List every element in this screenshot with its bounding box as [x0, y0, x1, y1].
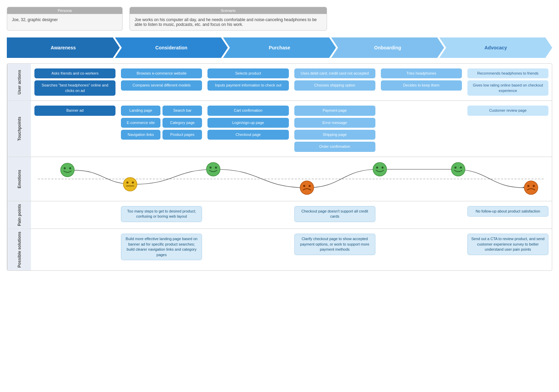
scenario-label: Scenario: [130, 7, 327, 14]
tp-card-3-1: Error message: [294, 118, 375, 128]
card-1-0: Too many steps to get to desired product…: [121, 206, 202, 222]
main-grid: User actions Asks friends and co-workers…: [7, 63, 552, 271]
tp-card-3-2: Shipping page: [294, 130, 375, 140]
svg-point-18: [309, 185, 311, 187]
card-2-1: Inputs payment information to check out: [207, 80, 289, 90]
emotion-face-4: [373, 162, 387, 176]
col-cell-3: Checkout page doesn't support all credit…: [293, 205, 377, 223]
scenario-box: Scenario Joe works on his computer all d…: [129, 7, 327, 31]
svg-point-16: [300, 181, 314, 194]
col-cell-3: Uses debit card; credit card not accepte…: [293, 67, 377, 92]
col-cell-4: Tries headphonesDecides to keep them: [379, 67, 463, 92]
tp-card-3-3: Order confirmation: [294, 142, 375, 152]
col-cell-2: Selects productInputs payment informatio…: [206, 67, 290, 92]
scenario-content: Joe works on his computer all day, and h…: [130, 14, 327, 30]
emotion-face-1: [123, 177, 137, 191]
col-cell-5: No follow-up about product satisfaction: [466, 205, 550, 218]
svg-point-24: [460, 167, 462, 169]
pain-points-label: Pain points: [7, 201, 31, 229]
card-3-0: Checkout page doesn't support all credit…: [294, 206, 375, 222]
card-3-0: Uses debit card; credit card not accepte…: [294, 68, 375, 78]
col-cell-1: Browses e-commerce websiteCompares sever…: [120, 67, 203, 92]
stage-awareness: Awareness: [7, 37, 120, 58]
tp-card-1-0: Landing page: [121, 106, 160, 115]
persona-box: Persona Joe, 32, graphic designer: [7, 7, 123, 31]
tp-card-1-1: Search bar: [162, 106, 202, 115]
svg-point-27: [533, 185, 535, 187]
svg-point-19: [373, 162, 387, 176]
svg-point-14: [209, 167, 212, 169]
svg-point-8: [64, 167, 66, 169]
stage-purchase: Purchase: [223, 37, 336, 58]
col-cell-1: Build more effective landing page based …: [120, 232, 203, 262]
tp-card-1-2: E-commerce site: [121, 118, 160, 128]
tp-card-2-2: Checkout page: [207, 130, 289, 140]
svg-point-12: [132, 182, 134, 184]
svg-point-25: [524, 181, 538, 194]
tp-card-2-1: Login/sign-up page: [207, 118, 289, 128]
svg-point-13: [206, 162, 220, 176]
svg-point-26: [527, 185, 529, 187]
emotions-row: Emotions: [7, 157, 552, 201]
stage-advocacy: Advocacy: [439, 37, 552, 58]
emotion-face-3: [300, 181, 314, 195]
pain-points-row: Pain points Too many steps to get to des…: [7, 201, 552, 229]
col-cell-3: Clarify checkout page to show accepted p…: [293, 232, 377, 256]
tp-card-0-0: Banner ad: [34, 106, 115, 115]
card-4-0: Tries headphones: [381, 68, 462, 78]
possible-solutions-row: Possible solutions Build more effective …: [7, 229, 552, 270]
user-actions-label: User actions: [7, 64, 31, 100]
user-actions-content: Asks friends and co-workersSearches "bes…: [31, 64, 552, 100]
touchpoints-row: Touchpoints Banner adLanding pageSearch …: [7, 101, 552, 157]
svg-point-22: [451, 162, 465, 176]
col-cell-5: Recommends headphones to friendsGives lo…: [466, 67, 550, 97]
card-2-0: Selects product: [207, 68, 289, 78]
stage-consideration: Consideration: [115, 37, 228, 58]
tp-card-1-3: Category page: [162, 118, 202, 128]
svg-point-23: [454, 167, 456, 169]
emotion-face-6: [524, 181, 538, 195]
svg-point-7: [61, 163, 74, 177]
card-4-1: Decides to keep them: [381, 80, 462, 90]
tp-col-0: Banner ad: [33, 104, 117, 117]
svg-point-10: [123, 177, 137, 191]
persona-label: Persona: [7, 7, 122, 14]
tp-col-2: Cart confirmationLogin/sign-up pageCheck…: [206, 104, 290, 141]
card-5-0: Send out a CTA to review product, and se…: [467, 234, 548, 255]
tp-card-1-4: Navigation links: [121, 130, 160, 140]
emotions-label: Emotions: [7, 157, 31, 201]
touchpoints-label: Touchpoints: [7, 101, 31, 157]
user-actions-row: User actions Asks friends and co-workers…: [7, 64, 552, 101]
touchpoints-content: Banner adLanding pageSearch barE-commerc…: [31, 101, 552, 157]
svg-point-20: [376, 167, 378, 169]
tp-col-3: Payment pageError messageShipping pageOr…: [293, 104, 377, 153]
tp-col-1: Landing pageSearch barE-commerce siteCat…: [120, 104, 203, 141]
svg-point-17: [303, 185, 305, 187]
col-cell-5: Send out a CTA to review product, and se…: [466, 232, 550, 256]
tp-col-5: Customer review page: [466, 104, 550, 117]
possible-solutions-content: Build more effective landing page based …: [31, 229, 552, 270]
card-1-0: Browses e-commerce website: [121, 68, 202, 78]
card-0-1: Searches "best headphones" online and cl…: [34, 80, 115, 96]
tp-card-3-0: Payment page: [294, 106, 375, 115]
emotion-face-2: [206, 162, 220, 176]
persona-content: Joe, 32, graphic designer: [7, 14, 122, 26]
svg-point-21: [382, 167, 384, 169]
card-0-0: Asks friends and co-workers: [34, 68, 115, 78]
tp-card-2-0: Cart confirmation: [207, 106, 289, 115]
tp-col-4: [379, 104, 463, 107]
col-cell-2: [206, 205, 290, 207]
col-cell-2: [206, 232, 290, 235]
card-5-0: Recommends headphones to friends: [467, 68, 548, 78]
card-3-0: Clarify checkout page to show accepted p…: [294, 234, 375, 255]
stage-onboarding: Onboarding: [331, 37, 444, 58]
col-cell-0: [33, 205, 117, 207]
card-1-1: Compares several different models: [121, 80, 202, 90]
col-cell-4: [379, 232, 463, 235]
pain-points-content: Too many steps to get to desired product…: [31, 201, 552, 229]
col-cell-0: Asks friends and co-workersSearches "bes…: [33, 67, 117, 97]
col-cell-4: [379, 205, 463, 207]
svg-point-11: [126, 182, 128, 184]
card-5-1: Gives low rating online based on checkou…: [467, 80, 548, 96]
svg-point-9: [69, 167, 71, 169]
